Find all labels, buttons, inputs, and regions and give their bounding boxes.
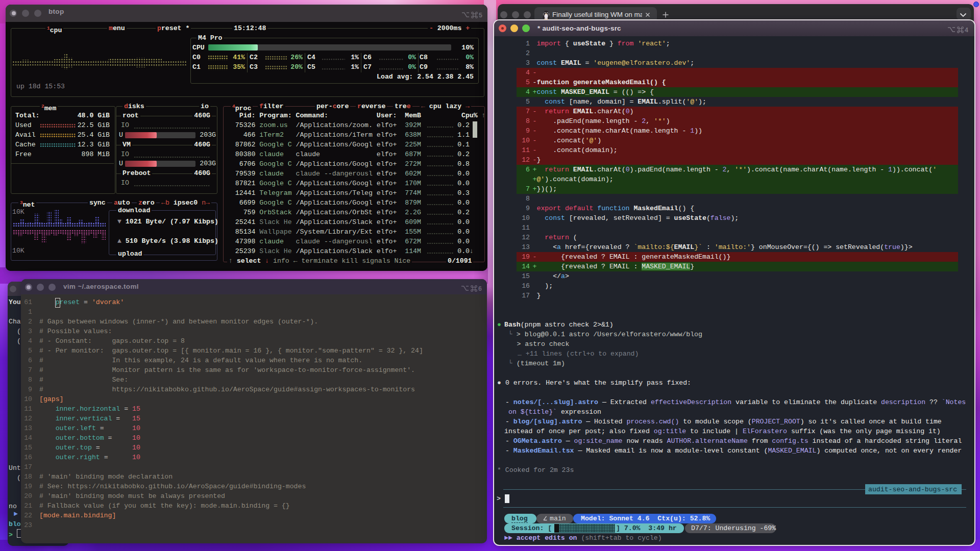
svg-text:5: 5 — [479, 12, 482, 19]
svg-text:6: 6 — [478, 285, 482, 292]
svg-text:4: 4 — [965, 27, 968, 34]
